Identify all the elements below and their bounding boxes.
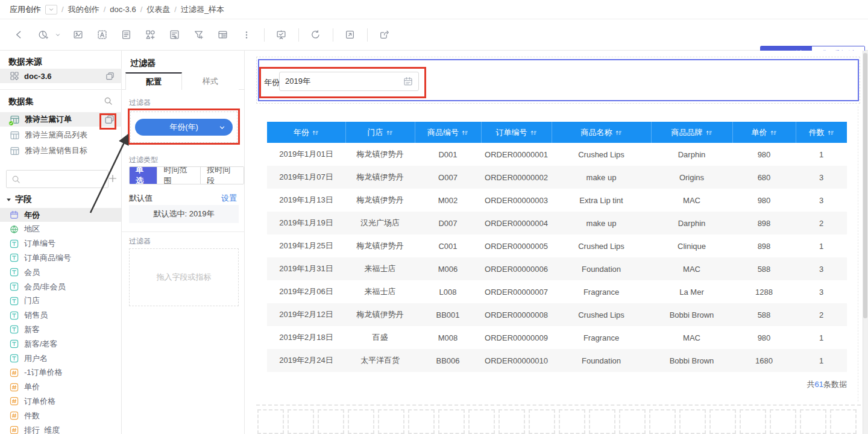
field-item[interactable]: 订单编号 [0, 237, 121, 251]
default-value-set-link[interactable]: 设置 [221, 193, 237, 204]
column-header[interactable]: 件数 [796, 122, 847, 143]
table-cell: ORDER00000005 [481, 234, 552, 257]
sort-icon[interactable] [705, 129, 712, 136]
table-cell: 980 [732, 143, 796, 166]
field-drop-zone[interactable]: 拖入字段或指标 [129, 248, 239, 306]
funnel-add-icon[interactable] [189, 26, 207, 44]
column-header[interactable]: 订单编号 [481, 122, 552, 143]
canvas-grid-cell [378, 409, 404, 434]
field-label: 订单商品编号 [24, 253, 71, 263]
field-item[interactable]: 新客/老客 [0, 337, 121, 351]
table-cell: ORDER00000009 [481, 326, 552, 349]
field-item[interactable]: 单价 [0, 380, 121, 394]
breadcrumb-app-menu[interactable]: 应用创作 [10, 4, 41, 15]
year-filter-input[interactable]: 2019年 [279, 72, 419, 91]
table-cell: MAC [651, 189, 732, 212]
component-icon[interactable] [141, 26, 159, 44]
column-header[interactable]: 门店 [345, 122, 415, 143]
field-item[interactable]: 订单商品编号 [0, 251, 121, 265]
field-item[interactable]: 新客 [0, 322, 121, 336]
calendar-icon[interactable] [403, 77, 413, 86]
table-cell: 588 [732, 257, 796, 280]
field-item[interactable]: 地区 [0, 222, 121, 236]
present-icon[interactable] [272, 26, 290, 44]
column-header[interactable]: 单价 [732, 122, 796, 143]
field-item[interactable]: 会员/非会员 [0, 280, 121, 294]
column-header[interactable]: 商品名称 [552, 122, 651, 143]
field-item[interactable]: 年份 [0, 208, 121, 222]
switch-dataset-icon[interactable] [104, 115, 115, 125]
data-source-item[interactable]: doc-3.6 [0, 69, 122, 83]
breadcrumb-item[interactable]: 仪表盘 [146, 4, 170, 15]
list-add-icon[interactable] [165, 26, 183, 44]
field-item[interactable]: 用户名 [0, 351, 121, 365]
chart-icon[interactable] [34, 26, 52, 44]
field-geo-icon [10, 225, 19, 234]
back-icon[interactable] [10, 26, 28, 44]
field-item[interactable]: 排行_维度 [0, 423, 121, 434]
table-icon[interactable] [213, 26, 231, 44]
sort-icon[interactable] [827, 129, 834, 136]
sort-icon[interactable] [312, 129, 319, 136]
data-table[interactable]: 年份门店商品编号订单编号商品名称商品品牌单价件数 2019年1月01日梅龙镇伊势… [267, 122, 847, 372]
sort-icon[interactable] [770, 129, 777, 136]
tab-config[interactable]: 配置 [125, 72, 182, 90]
scrollbar[interactable] [863, 51, 868, 434]
canvas-grid-cell [830, 409, 857, 434]
table-cell: ORDER00000006 [481, 257, 552, 280]
sort-icon[interactable] [461, 129, 468, 136]
field-item[interactable]: 会员 [0, 265, 121, 279]
expand-icon[interactable] [341, 26, 359, 44]
table-cell: D001 [415, 143, 481, 166]
breadcrumb: 应用创作 / 我的创作 / doc-3.6 / 仪表盘 / 过滤器_样本 [0, 0, 868, 19]
sort-icon[interactable] [615, 129, 622, 136]
tab-style[interactable]: 样式 [182, 72, 239, 90]
sort-icon[interactable] [386, 129, 393, 136]
dataset-item[interactable]: 雅诗兰黛商品列表 [0, 128, 122, 142]
fields-section-toggle[interactable]: 字段 [6, 194, 32, 205]
breadcrumb-separator: / [61, 5, 64, 14]
data-source-label: doc-3.6 [24, 72, 101, 81]
canvas-grid-cell [408, 409, 435, 434]
chevron-down-icon[interactable] [45, 5, 57, 14]
fields-title: 字段 [15, 194, 32, 205]
sort-icon[interactable] [530, 129, 537, 136]
field-item[interactable]: -1订单价格 [0, 366, 121, 380]
field-item[interactable]: 订单价格 [0, 394, 121, 408]
search-icon[interactable] [104, 96, 113, 105]
table-cell: ORDER00000007 [481, 280, 552, 303]
dataset-item[interactable]: 雅诗兰黛销售目标 [0, 143, 122, 158]
type-time-period[interactable]: 按时间段 [200, 167, 244, 184]
table-cell: 梅龙镇伊势丹 [345, 303, 415, 326]
field-item[interactable]: 门店 [0, 294, 121, 308]
share-icon[interactable] [375, 26, 393, 44]
breadcrumb-item[interactable]: 我的创作 [68, 4, 99, 15]
document-icon[interactable] [117, 26, 135, 44]
filter-field-dropdown[interactable]: 年份(年) [135, 119, 233, 136]
field-label: 销售员 [24, 310, 48, 321]
more-icon[interactable] [237, 26, 256, 44]
scrollbar-thumb[interactable] [863, 53, 867, 318]
field-search-input[interactable] [6, 170, 108, 188]
table-cell: 百盛 [345, 326, 415, 349]
table-cell: ORDER00000010 [481, 349, 552, 372]
column-header[interactable]: 年份 [267, 122, 345, 143]
canvas-grid-cell [468, 409, 495, 434]
refresh-icon[interactable] [306, 26, 324, 44]
caret-down-icon[interactable] [53, 26, 63, 44]
default-value-box[interactable]: 默认选中: 2019年 [129, 205, 239, 223]
type-time-range[interactable]: 时间范围 [157, 167, 200, 184]
dataset-item[interactable]: 雅诗兰黛订单 [0, 112, 122, 127]
text-icon[interactable] [93, 26, 111, 44]
field-item[interactable]: 件数 [0, 409, 121, 423]
column-header[interactable]: 商品品牌 [651, 122, 732, 143]
add-field-icon[interactable] [108, 174, 118, 183]
filter-widget-label: 年份 [264, 77, 280, 88]
column-header[interactable]: 商品编号 [415, 122, 481, 143]
image-icon[interactable] [69, 26, 87, 44]
type-single-select[interactable]: 单选 [130, 167, 157, 184]
dataset-title: 数据集 [8, 96, 34, 107]
field-item[interactable]: 销售员 [0, 309, 121, 322]
breadcrumb-item[interactable]: doc-3.6 [110, 5, 136, 14]
switch-source-icon[interactable] [105, 72, 115, 81]
